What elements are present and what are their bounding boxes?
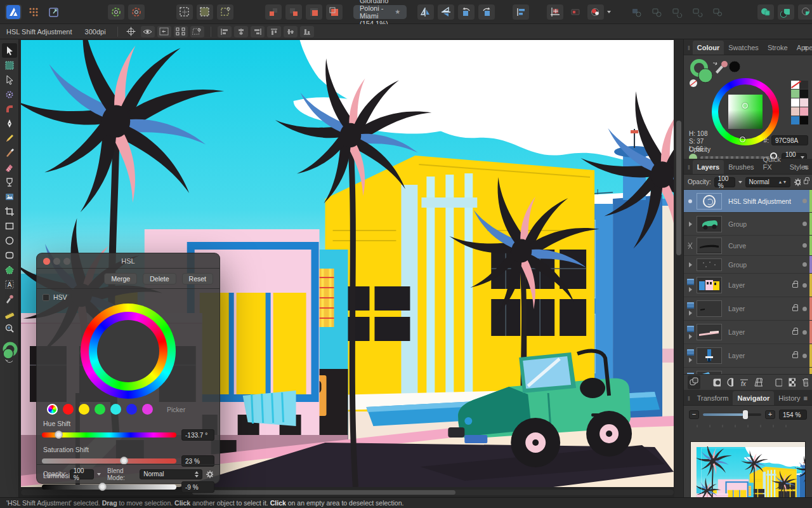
swatch[interactable] [800, 107, 808, 116]
dialog-opacity-value[interactable]: 100 % [70, 469, 94, 479]
measure-tool[interactable] [2, 306, 17, 321]
layer-lock-icon[interactable] [792, 283, 798, 288]
dialog-gear-icon[interactable] [206, 470, 213, 479]
layer-row[interactable]: Layer [684, 321, 812, 344]
tab-quickfx[interactable]: Quick FX [759, 152, 785, 174]
merge-button[interactable]: Merge [104, 273, 137, 284]
tab-navigator[interactable]: Navigator [733, 391, 774, 405]
align-left-icon[interactable] [218, 26, 232, 37]
boolean-subtract-icon[interactable] [778, 4, 794, 20]
minimize-button[interactable] [53, 258, 60, 265]
layer-edit-dot[interactable] [802, 199, 807, 203]
layer-row[interactable]: Layer [684, 344, 812, 368]
layer-row[interactable]: Group [684, 213, 812, 236]
live-filter-icon[interactable] [754, 378, 762, 387]
place-image-tool[interactable] [2, 189, 17, 204]
zoom-button[interactable] [63, 258, 70, 265]
snapping-dropdown-chevron[interactable] [607, 11, 611, 13]
preset-master-wheel[interactable] [47, 404, 58, 415]
new-layer-icon[interactable] [775, 378, 783, 387]
new-pattern-layer-icon[interactable] [789, 378, 796, 387]
paint-brush-tool[interactable] [2, 145, 17, 160]
layer-lock-icon[interactable] [792, 354, 798, 358]
move-tool[interactable] [2, 43, 17, 58]
swatch-none[interactable] [791, 81, 799, 89]
artboard-tool[interactable] [2, 58, 17, 72]
layer-thumbnail[interactable] [697, 277, 722, 293]
tab-history[interactable]: History [774, 391, 804, 405]
transform-origin-icon[interactable] [124, 26, 138, 37]
snapping-candidates-icon[interactable] [567, 4, 584, 20]
hue-shift-value[interactable]: -133.7 ° [181, 429, 214, 441]
layer-thumbnail[interactable] [697, 216, 722, 232]
close-button[interactable] [43, 258, 50, 265]
layers-gear-icon[interactable] [794, 178, 800, 187]
apps-grid-icon[interactable] [25, 4, 42, 20]
expand-chevron-icon[interactable] [689, 311, 692, 316]
blend-mode-select[interactable]: Normal ▲▼ [745, 177, 791, 187]
tab-brushes[interactable]: Brushes [724, 160, 758, 174]
swatch[interactable] [800, 98, 808, 107]
hue-shift-knob[interactable] [55, 431, 63, 439]
horizontal-scrollbar-handle[interactable] [192, 490, 455, 495]
adjustment-thumbnail[interactable] [697, 193, 722, 210]
dpi-value[interactable]: 300dpi [85, 28, 106, 36]
layer-lock-icon[interactable] [792, 330, 798, 335]
show-handles-icon[interactable] [174, 26, 188, 37]
zoom-tool[interactable] [2, 321, 17, 335]
snapping-toggle-icon[interactable] [587, 4, 604, 20]
insert-inside-icon[interactable] [306, 4, 322, 20]
tab-transform[interactable]: Transform [693, 391, 733, 405]
boolean-add-icon[interactable] [757, 4, 774, 20]
develop-gear-icon[interactable] [128, 4, 145, 20]
boolean-intersect-icon[interactable] [798, 4, 812, 20]
layer-row[interactable]: HSL Shift Adjustment [684, 190, 812, 213]
rotate-ccw-icon[interactable] [458, 4, 475, 20]
panel-menu-icon[interactable]: ≡ [804, 394, 808, 402]
corner-tool[interactable] [2, 102, 17, 116]
expand-chevron-icon[interactable] [689, 222, 692, 227]
layer-row[interactable]: Group [684, 256, 812, 274]
tab-colour[interactable]: Colour [693, 41, 724, 55]
mask-layer-icon[interactable] [713, 378, 721, 387]
ellipse-tool[interactable] [2, 233, 17, 248]
hue-ring-marker[interactable] [740, 137, 745, 142]
layer-thumbnail[interactable] [697, 324, 722, 340]
expand-chevron-icon[interactable] [689, 262, 692, 267]
dialog-blend-select[interactable]: Normal [140, 469, 202, 479]
flip-vertical-icon[interactable] [438, 4, 454, 20]
layer-edit-dot[interactable] [802, 283, 807, 288]
expand-chevron-icon[interactable] [689, 358, 692, 363]
layer-edit-dot[interactable] [802, 354, 807, 358]
edit-all-layers-icon[interactable] [688, 375, 700, 389]
document-tab[interactable]: Giordano Poloni - Miami (154.1%) ★ [353, 5, 407, 19]
document-star-icon[interactable]: ★ [395, 8, 400, 15]
insert-on-top-icon[interactable] [285, 4, 302, 20]
fill-stroke-indicator[interactable] [1, 342, 18, 366]
swatch[interactable] [791, 90, 799, 98]
layer-thumbnail[interactable] [697, 371, 722, 375]
panel-menu-icon[interactable]: ≡ [804, 163, 808, 171]
layer-row[interactable]: Curve [684, 236, 812, 256]
delete-layer-icon[interactable] [802, 378, 808, 387]
layer-row[interactable]: Layer [684, 297, 812, 321]
picker-label[interactable]: Picker [167, 406, 185, 413]
layer-thumbnail[interactable] [697, 237, 722, 254]
swatch[interactable] [800, 116, 808, 124]
preset-cyan[interactable] [110, 404, 121, 415]
align-middle-icon[interactable] [284, 26, 298, 37]
swatch[interactable] [800, 81, 808, 89]
align-bottom-icon[interactable] [300, 26, 314, 37]
reset-button[interactable]: Reset [182, 273, 213, 284]
layers-opacity-chevron[interactable] [738, 181, 742, 184]
selection-fill-icon[interactable] [197, 4, 213, 20]
rectangle-tool[interactable] [2, 218, 17, 233]
layer-edit-dot[interactable] [802, 222, 807, 226]
node-tool[interactable] [2, 72, 17, 87]
marching-ants-icon[interactable] [176, 4, 193, 20]
hsl-dialog[interactable]: HSL Merge Delete Reset HSV Picker Hue Sh… [36, 253, 220, 484]
panel-menu-icon[interactable]: ≡ [804, 44, 808, 51]
adjustment-layer-icon[interactable] [727, 378, 734, 387]
luminosity-shift-slider[interactable] [42, 485, 176, 490]
layer-edit-dot[interactable] [802, 330, 807, 335]
